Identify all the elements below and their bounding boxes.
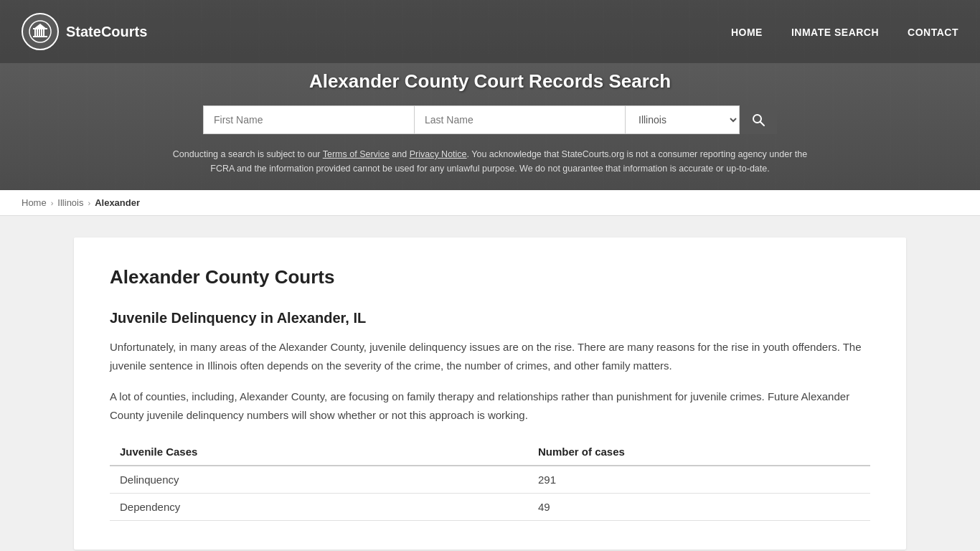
privacy-link[interactable]: Privacy Notice	[410, 149, 467, 159]
tos-link[interactable]: Terms of Service	[323, 149, 390, 159]
nav-links: HOME INMATE SEARCH CONTACT	[731, 26, 958, 38]
section-heading: Juvenile Delinquency in Alexander, IL	[110, 310, 870, 326]
breadcrumb-home[interactable]: Home	[22, 197, 47, 208]
breadcrumb-sep-2: ›	[88, 199, 90, 207]
site-header: StateCourts HOME INMATE SEARCH CONTACT A…	[0, 0, 980, 190]
nav-inmate-search[interactable]: INMATE SEARCH	[791, 27, 879, 38]
search-button[interactable]	[740, 105, 777, 134]
breadcrumb-sep-1: ›	[51, 199, 54, 207]
case-type: Dependency	[110, 494, 528, 521]
logo-text: StateCourts	[66, 24, 147, 40]
paragraph-1: Unfortunately, in many areas of the Alex…	[110, 338, 870, 375]
breadcrumb-county: Alexander	[95, 197, 140, 208]
last-name-input[interactable]	[414, 105, 625, 134]
col-header-cases: Juvenile Cases	[110, 438, 528, 466]
state-select[interactable]: Select State Alabama Alaska Arizona Arka…	[625, 105, 740, 134]
breadcrumb-state[interactable]: Illinois	[57, 197, 83, 208]
svg-rect-2	[34, 29, 36, 36]
svg-marker-7	[34, 24, 47, 29]
case-count: 291	[528, 466, 870, 494]
breadcrumb: Home › Illinois › Alexander	[0, 190, 980, 216]
page-heading: Alexander County Courts	[110, 266, 870, 288]
case-type: Delinquency	[110, 466, 528, 494]
svg-rect-1	[33, 36, 47, 37]
case-count: 49	[528, 494, 870, 521]
logo-icon	[22, 13, 59, 50]
svg-rect-5	[41, 29, 42, 36]
svg-rect-6	[43, 29, 44, 36]
juvenile-cases-table: Juvenile Cases Number of cases Delinquen…	[110, 438, 870, 521]
disclaimer-text: Conducting a search is subject to our Te…	[167, 147, 813, 176]
table-row: Dependency 49	[110, 494, 870, 521]
paragraph-2: A lot of counties, including, Alexander …	[110, 387, 870, 424]
site-logo[interactable]: StateCourts	[22, 13, 147, 50]
hero-title: Alexander County Court Records Search	[14, 70, 966, 93]
main-wrapper: Alexander County Courts Juvenile Delinqu…	[0, 216, 980, 551]
main-nav: StateCourts HOME INMATE SEARCH CONTACT	[0, 0, 980, 63]
table-row: Delinquency 291	[110, 466, 870, 494]
search-icon	[751, 113, 765, 127]
svg-rect-8	[33, 28, 47, 29]
svg-line-10	[760, 122, 765, 126]
svg-rect-3	[37, 29, 38, 36]
content-card: Alexander County Courts Juvenile Delinqu…	[74, 237, 906, 550]
search-form: Select State Alabama Alaska Arizona Arka…	[203, 105, 777, 134]
first-name-input[interactable]	[203, 105, 414, 134]
svg-rect-4	[39, 29, 40, 36]
hero-section: Alexander County Court Records Search Se…	[0, 63, 980, 190]
nav-home[interactable]: HOME	[731, 27, 763, 38]
col-header-count: Number of cases	[528, 438, 870, 466]
nav-contact[interactable]: CONTACT	[908, 27, 958, 38]
